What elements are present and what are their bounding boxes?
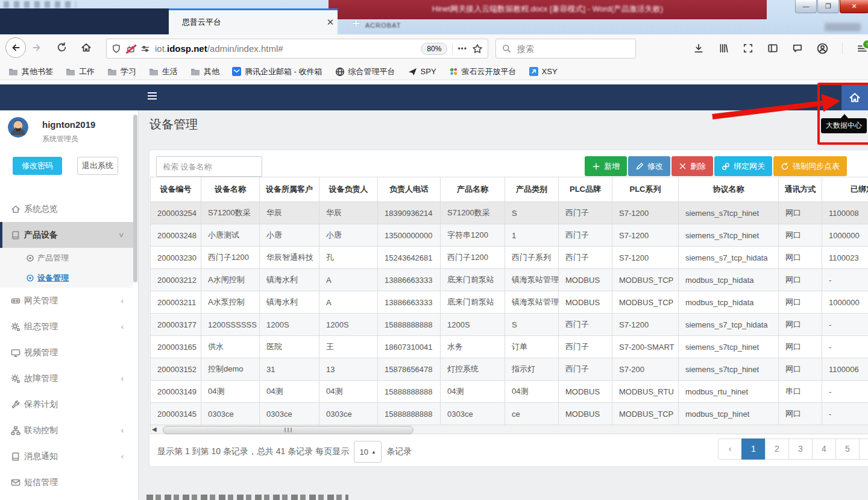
- 绑定网关-button[interactable]: 绑定网关: [714, 156, 772, 176]
- url-bar[interactable]: iot.idosp.net/admin/index.html# 80% •••: [106, 39, 488, 59]
- next-page-button[interactable]: ›: [859, 438, 868, 460]
- 删除-button[interactable]: 删除: [671, 156, 713, 176]
- page-button-5[interactable]: 5: [835, 438, 860, 460]
- close-button[interactable]: ✕: [840, 0, 868, 13]
- search-input[interactable]: [516, 43, 609, 54]
- tab-close-icon[interactable]: ✕: [323, 17, 338, 28]
- change-password-button[interactable]: 修改密码: [13, 157, 62, 175]
- column-header[interactable]: 设备所属客户: [260, 177, 319, 202]
- 强制同步点表-button[interactable]: 强制同步点表: [773, 156, 847, 176]
- table-row[interactable]: 200003212A水闸控制镇海水利A13886663333底来门前泵站镇海泵站…: [151, 269, 868, 291]
- column-header[interactable]: 已绑定网关: [822, 177, 868, 202]
- table-cell: 200003149: [151, 381, 201, 403]
- plugin-blocked-icon[interactable]: [126, 44, 136, 54]
- account-button[interactable]: [817, 43, 828, 54]
- bookmark-item[interactable]: 工作: [66, 66, 95, 77]
- sidebar-collapse-icon[interactable]: [148, 92, 157, 100]
- table-row[interactable]: 20000314904测04测04测1588888888804测04测MODBU…: [151, 381, 868, 403]
- sidebar-item-消息通知[interactable]: 消息通知‹: [0, 443, 133, 469]
- bookmark-item[interactable]: 其他: [190, 66, 219, 77]
- table-row[interactable]: 2000031771200SSSSSS1200S1200S15888888888…: [151, 314, 868, 336]
- scroll-left-icon[interactable]: ◀: [152, 426, 159, 433]
- bookmark-item[interactable]: SPY: [408, 67, 436, 76]
- bookmark-item[interactable]: 其他书签: [8, 66, 53, 77]
- prev-page-button[interactable]: ‹: [718, 438, 742, 460]
- column-header[interactable]: 设备负责人: [319, 177, 378, 202]
- page-size-select[interactable]: 10▲: [354, 441, 382, 463]
- bookmark-item[interactable]: 萤石云开放平台: [449, 66, 517, 77]
- scrollbar-thumb[interactable]: [163, 426, 414, 434]
- page-button-3[interactable]: 3: [788, 438, 813, 460]
- table-row[interactable]: 200003152控制demo311315878656478灯控系统指示灯西门子…: [151, 358, 868, 381]
- sidebar-item-产品设备[interactable]: 产品设备˅: [0, 222, 133, 248]
- minimize-button[interactable]: —: [795, 0, 817, 13]
- table-row[interactable]: 200003165供水医院王18607310041水务订单西门子S7-200-S…: [151, 336, 868, 358]
- sidebar-item-联动控制[interactable]: 联动控制‹: [0, 417, 133, 443]
- table-cell: 水务: [441, 336, 505, 358]
- sidebar-item-网关管理[interactable]: 网关管理‹: [0, 288, 133, 314]
- zoom-level-badge[interactable]: 80%: [421, 43, 447, 55]
- column-header[interactable]: 产品类别: [505, 177, 559, 202]
- sidebar-toggle-button[interactable]: [767, 43, 778, 54]
- column-header[interactable]: 负责人电话: [378, 177, 441, 202]
- sidebar-item-故障管理[interactable]: 故障管理‹: [0, 366, 133, 391]
- column-header[interactable]: 设备名称: [201, 177, 260, 202]
- column-header[interactable]: PLC系列: [612, 177, 679, 202]
- permissions-icon[interactable]: [140, 44, 150, 54]
- sidebar-item-系统总览[interactable]: 系统总览: [0, 196, 133, 222]
- sidebar-item-产品管理[interactable]: 产品管理: [0, 248, 133, 268]
- 修改-button[interactable]: 修改: [628, 156, 670, 176]
- column-header[interactable]: 产品名称: [441, 177, 505, 202]
- logout-button[interactable]: 退出系统: [77, 157, 118, 175]
- feedback-bubble-button[interactable]: [792, 43, 803, 54]
- column-header[interactable]: 通讯方式: [779, 177, 822, 202]
- column-header[interactable]: PLC品牌: [559, 177, 612, 202]
- back-button[interactable]: [5, 37, 26, 58]
- table-row[interactable]: 2000031450303ce0303ce0303ce1588888888803…: [151, 403, 868, 425]
- page-actions-button[interactable]: •••: [458, 45, 467, 53]
- browser-search-box[interactable]: [495, 39, 636, 59]
- reload-button[interactable]: [57, 42, 67, 52]
- pagination-info: 显示第 1 到第 10 条记录，总共 41 条记录 每页显示 10▲ 条记录: [157, 441, 412, 463]
- sidebar-item-设备管理[interactable]: 设备管理: [0, 268, 133, 288]
- bookmark-item[interactable]: 综合管理平台: [335, 66, 395, 77]
- 新增-button[interactable]: 新增: [585, 156, 627, 176]
- sidebar-item-短信管理[interactable]: 短信管理: [0, 469, 133, 495]
- sidebar-item-视频管理[interactable]: 视频管理: [0, 340, 133, 366]
- bookmark-item[interactable]: 腾讯企业邮箱 - 收件箱: [232, 66, 322, 77]
- sidebar-scrollbar[interactable]: [133, 115, 137, 282]
- sidebar-item-组态管理[interactable]: 组态管理‹: [0, 314, 133, 340]
- table-row[interactable]: 200003248小唐测试小唐小唐13500000000字符串12001西门子S…: [151, 224, 868, 247]
- menu-button[interactable]: ↑: [857, 43, 868, 54]
- downloads-button[interactable]: [693, 43, 704, 54]
- bookmark-item[interactable]: XSY: [529, 67, 558, 76]
- column-header[interactable]: 协议名称: [679, 177, 779, 202]
- table-cell: 1: [505, 224, 559, 247]
- column-header[interactable]: 设备编号: [151, 177, 201, 202]
- tracking-shield-icon[interactable]: [112, 44, 121, 54]
- tab-title: 思普云平台: [169, 17, 323, 28]
- new-tab-button[interactable]: +: [352, 16, 360, 32]
- table-row[interactable]: 200003254S71200数采华辰华辰18390936214S71200数采…: [151, 202, 868, 224]
- table-horizontal-scrollbar[interactable]: ◀: [150, 425, 868, 434]
- library-button[interactable]: [718, 43, 729, 54]
- table-row[interactable]: 200003230西门子1200华辰智通科技孔15243642681西门子120…: [151, 247, 868, 269]
- screenshot-button[interactable]: [743, 43, 753, 54]
- refresh-icon: [781, 162, 789, 171]
- table-cell: 1100006: [822, 358, 868, 381]
- table-cell: S7-200-SMART: [612, 336, 679, 358]
- restore-button[interactable]: ❐: [817, 0, 839, 13]
- page-button-1[interactable]: 1: [741, 438, 766, 460]
- table-row[interactable]: 200003211A水泵控制镇海水利A13886663333底来门前泵站镇海泵站…: [151, 291, 868, 314]
- bookmark-item[interactable]: 学习: [107, 66, 136, 77]
- table-cell: 13500000000: [378, 224, 441, 247]
- page-button-4[interactable]: 4: [812, 438, 836, 460]
- bookmark-star-icon[interactable]: [472, 43, 483, 54]
- page-button-2[interactable]: 2: [765, 438, 789, 460]
- bookmark-item[interactable]: 生活: [149, 66, 178, 77]
- tab-sipu-cloud[interactable]: 思普云平台 ✕: [169, 8, 338, 34]
- device-search-input[interactable]: [156, 156, 262, 177]
- sidebar-item-保养计划[interactable]: 保养计划: [0, 391, 133, 417]
- browser-home-button[interactable]: [81, 42, 92, 53]
- forward-button[interactable]: [31, 42, 42, 53]
